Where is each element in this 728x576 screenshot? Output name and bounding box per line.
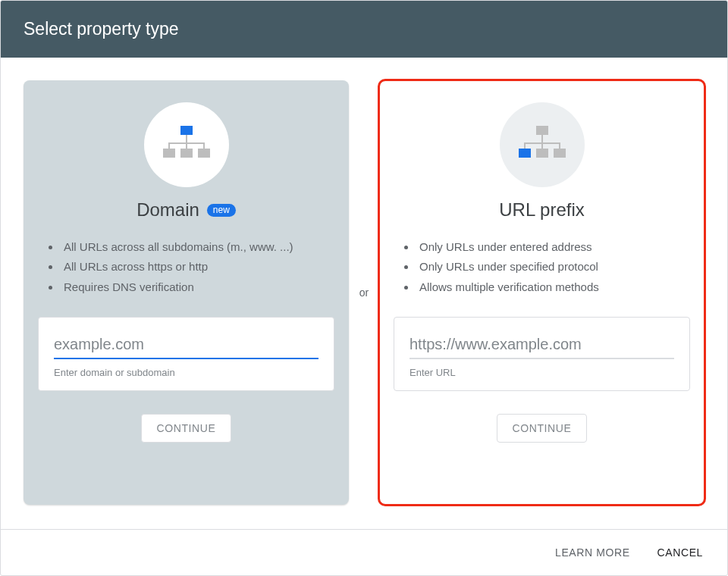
domain-input-helper: Enter domain or subdomain bbox=[54, 367, 318, 378]
dialog-titlebar: Select property type bbox=[1, 1, 727, 58]
domain-bullets: All URLs across all subdomains (m., www.… bbox=[38, 237, 334, 297]
url-prefix-bullet: Only URLs under entered address bbox=[416, 237, 687, 257]
url-prefix-input-helper: Enter URL bbox=[410, 367, 674, 378]
dialog-title: Select property type bbox=[24, 19, 179, 39]
dialog-footer: LEARN MORE CANCEL bbox=[1, 529, 727, 575]
dialog-body: Domain new All URLs across all subdomain… bbox=[1, 58, 727, 505]
url-prefix-continue-button[interactable]: CONTINUE bbox=[497, 414, 588, 443]
domain-bullet: All URLs across all subdomains (m., www.… bbox=[61, 237, 331, 257]
url-prefix-bullet: Allows multiple verification methods bbox=[416, 277, 687, 297]
url-prefix-input-box: Enter URL bbox=[394, 317, 690, 391]
domain-input-box: Enter domain or subdomain bbox=[38, 317, 334, 391]
learn-more-button[interactable]: LEARN MORE bbox=[552, 542, 633, 563]
sitemap-icon bbox=[144, 102, 229, 187]
domain-bullet: All URLs across https or http bbox=[61, 257, 331, 277]
url-prefix-bullet: Only URLs under specified protocol bbox=[416, 257, 687, 277]
domain-bullet: Requires DNS verification bbox=[61, 277, 331, 297]
url-prefix-bullets: Only URLs under entered address Only URL… bbox=[394, 237, 690, 297]
cancel-button[interactable]: CANCEL bbox=[654, 542, 706, 563]
domain-title-row: Domain new bbox=[136, 199, 236, 221]
domain-title: Domain bbox=[136, 199, 199, 221]
new-badge: new bbox=[207, 204, 236, 217]
domain-card[interactable]: Domain new All URLs across all subdomain… bbox=[24, 80, 349, 505]
dialog-select-property-type: Select property type Domain new All URLs… bbox=[0, 0, 728, 576]
domain-input[interactable] bbox=[54, 331, 318, 359]
or-label: or bbox=[359, 286, 369, 299]
domain-continue-button[interactable]: CONTINUE bbox=[141, 414, 232, 443]
url-prefix-input[interactable] bbox=[410, 331, 674, 359]
url-prefix-title: URL prefix bbox=[499, 199, 584, 221]
or-separator: or bbox=[349, 80, 379, 505]
url-prefix-card[interactable]: URL prefix Only URLs under entered addre… bbox=[379, 80, 704, 505]
url-prefix-title-row: URL prefix bbox=[499, 199, 584, 221]
sitemap-icon bbox=[500, 102, 585, 187]
